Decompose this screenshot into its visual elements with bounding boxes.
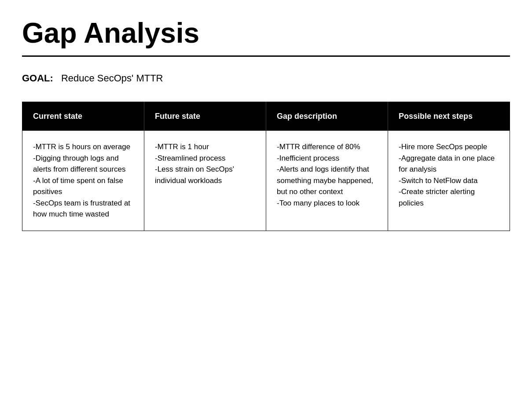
- table-row: -MTTR is 5 hours on average -Digging thr…: [22, 131, 510, 231]
- table-header-row: Current state Future state Gap descripti…: [22, 102, 510, 131]
- goal-text: Reduce SecOps' MTTR: [61, 73, 163, 84]
- cell-gap-description: -MTTR difference of 80% -Inefficient pro…: [266, 131, 388, 231]
- goal-row: GOAL: Reduce SecOps' MTTR: [22, 73, 510, 84]
- cell-current-state: -MTTR is 5 hours on average -Digging thr…: [22, 131, 144, 231]
- future-state-content: -MTTR is 1 hour -Streamlined process -Le…: [155, 141, 255, 186]
- col-header-next-steps: Possible next steps: [388, 102, 510, 131]
- goal-label: GOAL:: [22, 73, 53, 84]
- cell-future-state: -MTTR is 1 hour -Streamlined process -Le…: [144, 131, 266, 231]
- current-state-content: -MTTR is 5 hours on average -Digging thr…: [33, 141, 133, 220]
- next-steps-content: -Hire more SecOps people -Aggregate data…: [399, 141, 499, 209]
- col-header-future-state: Future state: [144, 102, 266, 131]
- page-title: Gap Analysis: [22, 18, 510, 48]
- gap-description-content: -MTTR difference of 80% -Inefficient pro…: [277, 141, 377, 209]
- col-header-current-state: Current state: [22, 102, 144, 131]
- gap-analysis-table: Current state Future state Gap descripti…: [22, 102, 510, 231]
- col-header-gap-description: Gap description: [266, 102, 388, 131]
- title-divider: [22, 55, 510, 57]
- cell-next-steps: -Hire more SecOps people -Aggregate data…: [388, 131, 510, 231]
